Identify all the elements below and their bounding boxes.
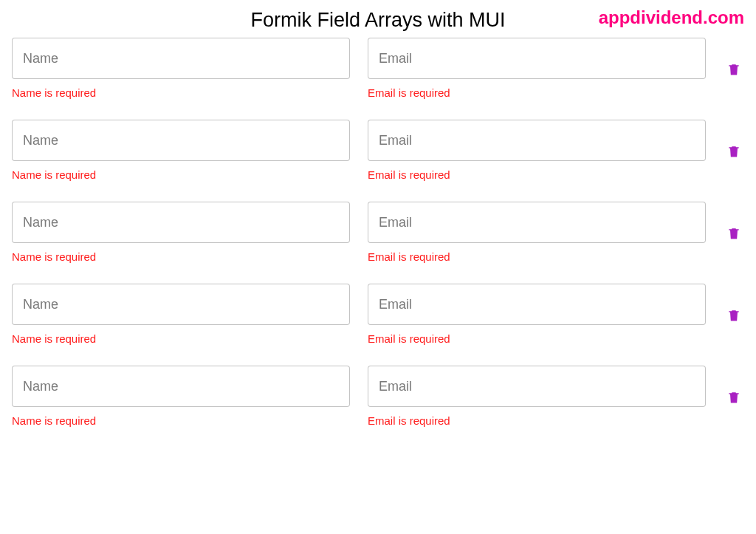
email-input[interactable] (368, 366, 706, 407)
email-error: Email is required (368, 414, 706, 427)
email-input[interactable] (368, 38, 706, 79)
trash-icon (726, 225, 741, 242)
name-field-wrapper: Name is required (12, 202, 350, 263)
trash-icon (726, 143, 741, 160)
name-error: Name is required (12, 168, 350, 181)
name-input[interactable] (12, 202, 350, 243)
name-error: Name is required (12, 250, 350, 263)
delete-row-button[interactable] (724, 307, 744, 324)
email-field-wrapper: Email is required (368, 202, 706, 263)
email-input[interactable] (368, 120, 706, 161)
name-field-wrapper: Name is required (12, 120, 350, 181)
email-error: Email is required (368, 332, 706, 345)
name-input[interactable] (12, 120, 350, 161)
name-error: Name is required (12, 332, 350, 345)
email-field-wrapper: Email is required (368, 38, 706, 99)
field-row: Name is required Email is required (12, 366, 744, 427)
delete-row-button[interactable] (724, 225, 744, 242)
name-error: Name is required (12, 86, 350, 99)
field-row: Name is required Email is required (12, 202, 744, 263)
trash-icon (726, 307, 741, 324)
delete-row-button[interactable] (724, 389, 744, 405)
email-error: Email is required (368, 250, 706, 263)
delete-row-button[interactable] (724, 143, 744, 160)
trash-icon (726, 389, 741, 405)
name-field-wrapper: Name is required (12, 366, 350, 427)
email-error: Email is required (368, 168, 706, 181)
header: Formik Field Arrays with MUI appdividend… (0, 0, 756, 38)
name-field-wrapper: Name is required (12, 284, 350, 345)
field-row: Name is required Email is required (12, 38, 744, 99)
email-error: Email is required (368, 86, 706, 99)
field-row: Name is required Email is required (12, 284, 744, 345)
name-input[interactable] (12, 366, 350, 407)
name-error: Name is required (12, 414, 350, 427)
brand-label: appdividend.com (599, 7, 744, 28)
email-input[interactable] (368, 202, 706, 243)
name-input[interactable] (12, 38, 350, 79)
email-input[interactable] (368, 284, 706, 325)
field-array-rows: Name is required Email is required Name … (0, 38, 756, 427)
field-row: Name is required Email is required (12, 120, 744, 181)
email-field-wrapper: Email is required (368, 120, 706, 181)
email-field-wrapper: Email is required (368, 366, 706, 427)
email-field-wrapper: Email is required (368, 284, 706, 345)
name-field-wrapper: Name is required (12, 38, 350, 99)
delete-row-button[interactable] (724, 61, 744, 78)
trash-icon (726, 61, 741, 78)
name-input[interactable] (12, 284, 350, 325)
